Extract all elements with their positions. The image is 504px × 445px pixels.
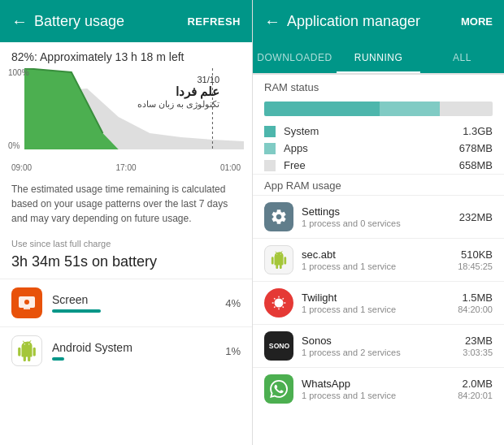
left-panel: ← Battery usage REFRESH 82%: Approximate… <box>0 0 252 445</box>
screen-percent: 4% <box>225 297 241 309</box>
app-ram-list: Settings 1 process and 0 services 232MB … <box>253 195 504 445</box>
sonos-right: 23MB 3:03:35 <box>463 335 493 357</box>
screen-name: Screen <box>52 293 225 306</box>
android-usage-bar <box>52 357 64 361</box>
sonos-info: Sonos 1 process and 2 services <box>302 335 463 357</box>
settings-icon <box>264 202 293 231</box>
tab-all[interactable]: ALL <box>420 42 504 73</box>
twilight-info: Twilight 1 process and 1 service <box>302 292 458 314</box>
twilight-sub: 1 process and 1 service <box>302 305 458 314</box>
secabt-right: 510KB 18:45:25 <box>458 248 493 271</box>
whatsapp-icon <box>264 374 293 404</box>
tabs-row: DOWNLOADED RUNNING ALL <box>253 42 504 75</box>
chart-persian-bold: علم فردا <box>137 84 219 99</box>
app-ram-settings[interactable]: Settings 1 process and 0 services 232MB <box>253 195 504 238</box>
sonos-size: 23MB <box>463 335 493 347</box>
ram-bar-apps <box>380 102 440 116</box>
ram-bar-system <box>264 102 380 116</box>
right-back-icon[interactable]: ← <box>264 12 280 31</box>
android-icon <box>11 335 42 366</box>
secabt-icon <box>264 245 293 274</box>
app-ram-section-label: App RAM usage <box>253 174 504 195</box>
screen-usage-bar <box>52 309 101 313</box>
ram-free-item: Free 658MB <box>264 157 493 174</box>
left-header: ← Battery usage REFRESH <box>0 0 252 42</box>
screen-bar-row <box>52 309 225 313</box>
svg-text:SONOS: SONOS <box>269 342 289 350</box>
secabt-size: 510KB <box>458 248 493 261</box>
app-ram-sonos[interactable]: SONOS Sonos 1 process and 2 services 23M… <box>253 324 504 367</box>
secabt-sub: 1 process and 1 service <box>302 261 458 271</box>
twilight-size: 1.5MB <box>458 292 493 304</box>
svg-point-9 <box>275 299 284 308</box>
svg-rect-6 <box>264 126 276 137</box>
android-name: Android System <box>52 341 225 354</box>
chart-y-bottom: 0% <box>8 141 20 150</box>
twilight-right: 1.5MB 84:20:00 <box>458 292 493 314</box>
whatsapp-name: WhatsApp <box>302 378 458 390</box>
ram-legend: System 1.3GB Apps 678MB Free 658MB <box>253 123 504 174</box>
sonos-name: Sonos <box>302 335 463 347</box>
chart-x-0: 09:00 <box>11 163 32 172</box>
settings-info: Settings 1 process and 0 services <box>302 205 459 228</box>
left-title: Battery usage <box>34 13 187 30</box>
app-ram-secabt[interactable]: sec.abt 1 process and 1 service 510KB 18… <box>253 238 504 281</box>
ram-bar-free <box>440 102 493 116</box>
ram-apps-item: Apps 678MB <box>264 140 493 157</box>
ram-free-dot <box>264 160 276 171</box>
screen-info: Screen <box>52 293 225 313</box>
more-button[interactable]: MORE <box>461 15 493 28</box>
ram-apps-dot <box>264 143 276 154</box>
android-info: Android System <box>52 341 225 361</box>
chart-date: 31/10 <box>137 75 219 84</box>
ram-system-dot <box>264 126 276 137</box>
right-panel: ← Application manager MORE DOWNLOADED RU… <box>252 0 504 445</box>
sonos-icon: SONOS <box>264 331 293 361</box>
tab-running[interactable]: RUNNING <box>337 42 420 73</box>
sonos-time: 3:03:35 <box>463 348 493 357</box>
right-title: Application manager <box>287 13 461 30</box>
settings-name: Settings <box>302 205 459 218</box>
refresh-button[interactable]: REFRESH <box>187 15 241 28</box>
svg-point-5 <box>24 300 29 305</box>
ram-apps-value: 678MB <box>459 142 493 154</box>
chart-persian-sub: تکنولوژی به زبان ساده <box>137 99 219 110</box>
whatsapp-size: 2.0MB <box>458 378 493 390</box>
svg-rect-8 <box>264 160 276 171</box>
time-on-battery: 3h 34m 51s on battery <box>0 252 252 279</box>
ram-apps-label: Apps <box>284 142 459 154</box>
ram-free-value: 658MB <box>459 159 493 171</box>
ram-free-label: Free <box>284 159 459 171</box>
svg-rect-7 <box>264 143 276 154</box>
ram-status-label: RAM status <box>253 75 504 98</box>
secabt-time: 18:45:25 <box>458 261 493 271</box>
app-ram-whatsapp[interactable]: WhatsApp 1 process and 1 service 2.0MB 8… <box>253 367 504 410</box>
whatsapp-time: 84:20:01 <box>458 391 493 400</box>
whatsapp-right: 2.0MB 84:20:01 <box>458 378 493 400</box>
battery-summary: 82%: Approximately 13 h 18 m left <box>0 42 252 68</box>
twilight-time: 84:20:00 <box>458 305 493 314</box>
app-ram-twilight[interactable]: Twilight 1 process and 1 service 1.5MB 8… <box>253 281 504 324</box>
charge-info: Use since last full charge <box>0 234 252 252</box>
whatsapp-info: WhatsApp 1 process and 1 service <box>302 378 458 400</box>
back-icon[interactable]: ← <box>11 12 28 31</box>
settings-sub: 1 process and 0 services <box>302 218 459 228</box>
chart-x-1: 17:00 <box>115 163 136 172</box>
battery-description: The estimated usage time remaining is ca… <box>0 174 252 234</box>
tab-downloaded[interactable]: DOWNLOADED <box>253 42 337 73</box>
battery-app-list: Screen 4% Android System 1% <box>0 279 252 445</box>
svg-rect-4 <box>24 308 30 309</box>
chart-x-2: 01:00 <box>220 163 241 172</box>
app-item-screen[interactable]: Screen 4% <box>0 279 252 326</box>
app-item-android[interactable]: Android System 1% <box>0 326 252 374</box>
settings-size: 232MB <box>459 211 493 223</box>
chart-y-top: 100% <box>8 68 29 77</box>
chart-overlay: 31/10 علم فردا تکنولوژی به زبان ساده <box>137 75 219 110</box>
secabt-info: sec.abt 1 process and 1 service <box>302 248 458 271</box>
ram-system-value: 1.3GB <box>463 125 493 137</box>
screen-icon <box>11 287 42 318</box>
twilight-icon <box>264 288 293 318</box>
settings-right: 232MB <box>459 211 493 223</box>
chart-area: 100% 0% 31/10 علم فردا تکنولوژی به زبان … <box>0 68 252 174</box>
ram-system-item: System 1.3GB <box>264 123 493 140</box>
